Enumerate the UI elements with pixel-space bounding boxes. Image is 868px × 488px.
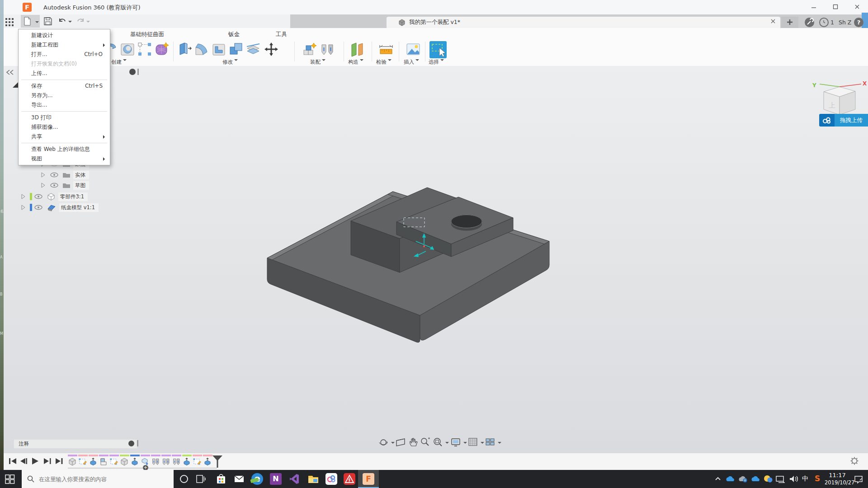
timeline-feature[interactable] [78,455,88,468]
edge-icon[interactable]: e [251,473,263,485]
cortana-icon[interactable] [179,474,189,486]
timeline-scrollbar[interactable] [68,468,217,469]
notifications-clock-icon[interactable] [819,18,829,27]
browser-row-component3[interactable]: 零部件3:1 [20,192,88,201]
menu-item-share[interactable]: 共享 [19,132,110,141]
timeline-extrude-icon[interactable] [203,457,212,466]
timeline-joint-icon[interactable] [151,457,160,466]
timeline-feature[interactable] [161,455,171,468]
timeline-feature[interactable] [99,455,108,468]
timeline-feature[interactable] [120,455,129,468]
menu-item-export[interactable]: 导出... [19,100,110,110]
help-icon[interactable]: ? [854,18,863,27]
comments-toggle[interactable] [128,441,134,446]
timeline-extrude-icon[interactable] [130,457,139,466]
menu-item-save[interactable]: 保存Ctrl+S [19,81,110,91]
browser-collapse-icon[interactable] [5,69,14,77]
browser-row-label[interactable]: 草图 [73,181,89,190]
timeline-feature[interactable] [68,455,77,468]
menu-item-save-as[interactable]: 另存为... [19,91,110,100]
timeline-sketch-icon[interactable] [109,457,118,466]
browser-display-toggle[interactable] [129,69,136,75]
timeline-feature[interactable] [109,455,119,468]
model-3d[interactable] [0,0,868,453]
a360-drive-icon[interactable] [326,473,337,485]
expand-caret-icon[interactable] [20,193,26,200]
browser-row-label[interactable]: 实体 [73,171,89,179]
warning-app-icon[interactable] [344,473,355,485]
expand-caret-icon[interactable] [20,204,26,211]
timeline-feature[interactable] [193,455,202,468]
onedrive-sync-icon[interactable] [738,475,749,484]
panel-resize-handle[interactable] [137,69,139,75]
timeline-feature[interactable] [182,455,192,468]
menu-item-new-design[interactable]: 新建设计 [19,31,110,40]
settings-gear-icon[interactable] [850,456,859,467]
onedrive-icon-2[interactable] [750,475,761,484]
taskbar-search[interactable] [22,470,174,488]
visibility-eye-icon[interactable] [34,193,43,200]
start-button[interactable] [5,474,15,486]
timeline-joint-icon[interactable] [161,457,170,466]
file-explorer-icon[interactable] [307,473,319,485]
timeline-feature[interactable] [130,455,140,468]
timeline-feature[interactable] [203,455,212,468]
user-account-label[interactable]: Sh Z [839,19,851,26]
timeline-profile-icon[interactable] [99,457,108,466]
mail-icon[interactable] [233,473,245,485]
onenote-icon[interactable]: N [270,473,282,485]
timeline-marker[interactable] [212,455,223,468]
timeline-component-icon[interactable] [68,457,77,466]
task-view-icon[interactable] [196,474,206,485]
play-icon [32,458,38,465]
timeline-feature[interactable] [151,455,160,468]
menu-item-view-details-on-web[interactable]: 查看 Web 上的详细信息 [19,145,110,154]
menu-item-capture-image[interactable]: 捕获图像... [19,122,110,132]
menu-item-view[interactable]: 视图 [19,154,110,164]
drag-upload-button[interactable]: 拖拽上传 [819,114,868,127]
expand-caret-icon[interactable] [40,182,46,188]
timeline-feature[interactable] [89,455,98,468]
menu-item-3d-print[interactable]: 3D 打印 [19,113,110,122]
browser-row-box-model[interactable]: 纸盒模型 v1:1 [20,203,99,212]
timeline-sketch-icon[interactable] [193,457,202,466]
messenger-icon[interactable] [763,474,773,485]
timeline-extrude-icon[interactable] [89,457,98,466]
tray-expand-icon[interactable] [714,475,722,484]
orbit-icon[interactable] [378,436,389,449]
timeline-component-icon[interactable] [120,457,129,466]
timeline-sketch-icon[interactable] [78,457,87,466]
new-tab-button[interactable] [781,17,798,28]
timeline-group-bar [161,455,171,456]
job-status-icon[interactable] [805,18,814,27]
action-center-icon[interactable] [854,475,863,486]
timeline-extrude-icon[interactable] [182,457,191,466]
comments-resize-handle[interactable] [137,440,138,446]
ime-indicator[interactable]: 中 [802,475,808,483]
volume-icon[interactable] [788,475,799,485]
browser-row-sketches[interactable]: 草图 [40,181,89,190]
menu-item-open[interactable]: 打开...Ctrl+O [19,50,110,59]
view-cube[interactable]: 上 X Y [811,71,868,121]
browser-row-label[interactable]: 纸盒模型 v1:1 [59,203,99,212]
menu-item-upload[interactable]: 上传... [19,69,110,78]
sogou-icon[interactable]: S [815,474,820,483]
network-icon[interactable] [775,475,786,485]
browser-row-bodies[interactable]: 实体 [40,170,89,179]
onedrive-icon[interactable] [725,475,736,484]
timeline-playback-controls[interactable] [7,455,68,467]
visual-studio-icon[interactable] [288,473,300,485]
menu-item-new-drawing[interactable]: 新建工程图 [19,40,110,50]
taskbar-clock[interactable]: 11:17 2019/10/27 [825,472,850,486]
expand-caret-icon[interactable] [40,172,46,178]
browser-row-label[interactable]: 零部件3:1 [58,192,88,201]
search-input[interactable] [38,475,166,483]
visibility-eye-icon[interactable] [34,204,43,211]
visibility-eye-icon[interactable] [50,172,59,178]
store-icon[interactable] [215,473,227,485]
timeline-feature[interactable] [172,455,181,468]
fusion-taskbar-icon[interactable]: F [363,473,374,485]
close-tab-icon[interactable] [770,18,776,26]
timeline-joint-icon[interactable] [172,457,181,466]
visibility-eye-icon[interactable] [50,182,59,188]
